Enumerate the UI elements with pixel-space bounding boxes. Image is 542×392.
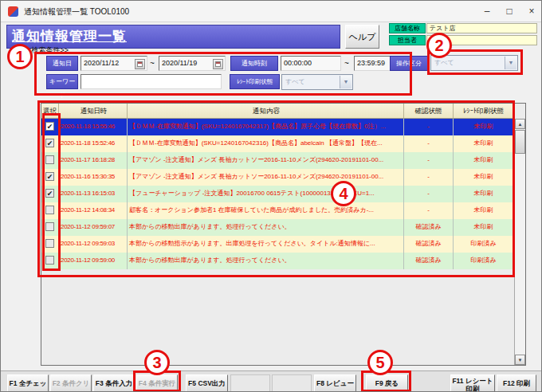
row-select-cell[interactable] bbox=[41, 236, 59, 253]
checkbox-icon[interactable]: ✔ bbox=[45, 122, 54, 131]
time-range-separator: ~ bbox=[344, 59, 349, 68]
table-row[interactable]: ✔ 2020-11-18 15:52:46 【ＤＭＭ-在庫変動通知】(SKU=1… bbox=[41, 135, 514, 152]
row-datetime: 2020-11-12 14:08:34 bbox=[59, 202, 128, 219]
scroll-down-icon[interactable]: ▼ bbox=[515, 355, 525, 365]
f9-back-button[interactable]: F9 戻る bbox=[366, 374, 408, 392]
notify-date-from-value: 2020/11/12 bbox=[84, 59, 119, 67]
window-title: 通知情報管理一覧 TOOL0100 bbox=[24, 6, 129, 18]
function-key-bar: F1 全チェック F2 条件クリア F3 条件入力 F4 条件実行 F5 CSV… bbox=[1, 370, 542, 392]
notify-date-to-input[interactable]: 2020/11/19 bbox=[159, 56, 226, 71]
f8-review-button[interactable]: F8 レビュー bbox=[314, 374, 356, 392]
checkbox-icon[interactable] bbox=[45, 256, 54, 265]
col-header-datetime: 通知日時 bbox=[59, 104, 128, 118]
row-print-status: 未印刷 bbox=[454, 135, 514, 152]
checkbox-icon[interactable] bbox=[45, 206, 54, 214]
row-select-cell[interactable] bbox=[41, 219, 59, 236]
row-select-cell[interactable] bbox=[41, 152, 59, 169]
f12-print-button[interactable]: F12 印刷 bbox=[497, 374, 536, 392]
vertical-scrollbar[interactable]: ▲ ▼ bbox=[514, 119, 525, 365]
checkbox-icon[interactable]: ✔ bbox=[45, 189, 54, 198]
row-confirm-status: 確認済み bbox=[404, 253, 454, 269]
row-content: 【ＤＭＭ-在庫変動通知】(SKU=1240167042317)【商品名】原子心母… bbox=[128, 119, 404, 135]
row-select-cell[interactable] bbox=[41, 253, 59, 269]
row-confirm-status: - bbox=[404, 186, 454, 202]
row-confirm-status: - bbox=[404, 152, 454, 169]
calendar-icon[interactable] bbox=[213, 59, 223, 69]
col-header-print: ﾚｼｰﾄ印刷状態 bbox=[454, 104, 514, 118]
f11-receipt-print-button[interactable]: F11 レシート印刷 bbox=[450, 374, 495, 392]
receipt-status-select[interactable]: すべて ▼ bbox=[281, 74, 353, 90]
row-select-cell[interactable]: ✔ bbox=[41, 169, 59, 186]
notify-date-to-value: 2020/11/19 bbox=[162, 59, 197, 67]
minimize-icon[interactable]: – bbox=[476, 1, 498, 22]
f2-clear-conditions-button: F2 条件クリア bbox=[50, 374, 92, 392]
row-datetime: 2020-11-13 16:15:03 bbox=[59, 186, 128, 202]
f7-blank-slot bbox=[272, 374, 312, 392]
operation-type-select[interactable]: すべて ▼ bbox=[430, 55, 518, 71]
row-datetime: 2020-11-12 09:59:03 bbox=[59, 236, 128, 253]
checkbox-icon[interactable]: ✔ bbox=[45, 172, 54, 181]
row-content: 【アマゾン -注文通知】メンズ 長袖カットソー2016-11-10メンズ(294… bbox=[128, 152, 404, 169]
col-header-select: 選択 bbox=[41, 104, 59, 118]
notify-date-from-input[interactable]: 2020/11/12 bbox=[81, 56, 147, 71]
checkbox-icon[interactable] bbox=[45, 239, 54, 248]
table-row[interactable]: 2020-11-12 09:59:00 本部からの移動出庫があります。処理行って… bbox=[41, 253, 514, 269]
row-datetime: 2020-11-18 15:52:46 bbox=[59, 135, 128, 152]
row-datetime: 2020-11-16 15:30:35 bbox=[59, 169, 128, 186]
table-row[interactable]: ✔ 2020-11-13 16:15:03 【フューチャーショップ -注文通知】… bbox=[41, 186, 514, 202]
checkbox-icon[interactable]: ✔ bbox=[45, 139, 54, 147]
table-row[interactable]: ✔ 2020-11-18 15:55:46 【ＤＭＭ-在庫変動通知】(SKU=1… bbox=[41, 119, 514, 135]
title-bar: 通知情報管理一覧 TOOL0100 – □ × bbox=[1, 1, 542, 22]
row-datetime: 2020-11-12 09:59:07 bbox=[59, 219, 128, 236]
help-button[interactable]: ヘルプ bbox=[345, 25, 379, 49]
row-content: 本部からの移動指示があります。出庫処理を行ってください。タイトル:通知情報に..… bbox=[128, 236, 404, 253]
f6-blank-slot bbox=[230, 374, 270, 392]
chevron-down-icon[interactable]: ▼ bbox=[505, 57, 516, 69]
row-confirm-status: - bbox=[404, 135, 454, 152]
row-select-cell[interactable]: ✔ bbox=[41, 135, 59, 152]
keyword-label: キーワード bbox=[46, 74, 78, 89]
row-select-cell[interactable]: ✔ bbox=[41, 186, 59, 202]
col-header-content: 通知内容 bbox=[128, 104, 404, 118]
maximize-icon[interactable]: □ bbox=[498, 1, 520, 22]
row-print-status: 印刷済み bbox=[454, 253, 514, 269]
f4-execute-conditions-button: F4 条件実行 bbox=[136, 374, 178, 392]
row-print-status: 未印刷 bbox=[454, 202, 514, 219]
row-select-cell[interactable] bbox=[41, 202, 59, 219]
row-print-status: 未印刷 bbox=[454, 119, 514, 135]
date-range-separator: ~ bbox=[150, 59, 155, 68]
notify-time-from-input[interactable]: 00:00:00 bbox=[281, 56, 341, 71]
scrollbar-thumb[interactable] bbox=[515, 130, 525, 154]
calendar-icon[interactable] bbox=[135, 59, 145, 69]
store-name-label: 店舗名称 bbox=[389, 23, 426, 33]
checkbox-icon[interactable] bbox=[45, 222, 54, 231]
table-row[interactable]: 2020-11-12 14:08:34 顧客名：オークション参加者1 在庫確保し… bbox=[41, 202, 514, 219]
close-icon[interactable]: × bbox=[520, 1, 542, 22]
search-section-label: <<検索条件>> bbox=[23, 45, 69, 56]
chevron-down-icon[interactable]: ▼ bbox=[340, 76, 352, 88]
row-content: 顧客名：オークション参加者1 在庫確保していた商品が成約しました。売約済みカ-.… bbox=[128, 202, 404, 219]
row-confirm-status: - bbox=[404, 202, 454, 219]
notify-date-label: 通知日 bbox=[46, 56, 78, 71]
row-select-cell[interactable]: ✔ bbox=[41, 119, 59, 135]
row-datetime: 2020-11-17 16:18:28 bbox=[59, 152, 128, 169]
f3-input-conditions-button[interactable]: F3 条件入力 bbox=[93, 374, 135, 392]
row-confirm-status: 確認済み bbox=[404, 219, 454, 236]
row-datetime: 2020-11-18 15:55:46 bbox=[59, 119, 128, 135]
f5-csv-export-button[interactable]: F5 CSV出力 bbox=[186, 374, 228, 392]
row-content: 本部からの移動出庫があります。処理行ってください。 bbox=[128, 219, 404, 236]
staff-label: 担当者 bbox=[389, 35, 426, 45]
table-row[interactable]: 2020-11-12 09:59:03 本部からの移動指示があります。出庫処理を… bbox=[41, 236, 514, 253]
table-row[interactable]: 2020-11-17 16:18:28 【アマゾン -注文通知】メンズ 長袖カッ… bbox=[41, 152, 514, 169]
operation-type-value: すべて bbox=[434, 59, 454, 66]
keyword-input[interactable] bbox=[81, 74, 222, 89]
checkbox-icon[interactable] bbox=[45, 155, 54, 164]
row-confirm-status: - bbox=[404, 119, 454, 135]
scroll-up-icon[interactable]: ▲ bbox=[515, 119, 525, 129]
table-row[interactable]: ✔ 2020-11-16 15:30:35 【アマゾン -注文通知】メンズ 長袖… bbox=[41, 169, 514, 186]
table-row[interactable]: 2020-11-12 09:59:07 本部からの移動出庫があります。処理行って… bbox=[41, 219, 514, 236]
row-content: 【フューチャーショップ -注文通知】20016700 0615テスト(10000… bbox=[128, 186, 404, 202]
row-print-status: 未印刷 bbox=[454, 169, 514, 186]
notify-time-label: 通知時刻 bbox=[230, 56, 278, 71]
f1-check-all-button[interactable]: F1 全チェック bbox=[7, 374, 49, 392]
